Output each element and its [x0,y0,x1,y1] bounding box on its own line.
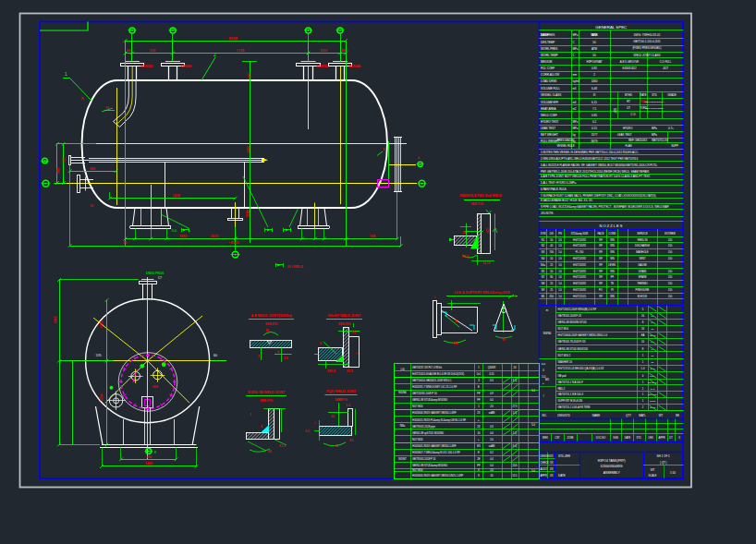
svg-text:15: 15 [90,204,93,208]
svg-text:50: 50 [592,54,596,57]
svg-text:N2: N2 [542,244,545,248]
svg-text:450: 450 [549,295,554,298]
svg-text:325: 325 [61,157,65,163]
svg-text:N8a: N8a [400,424,406,428]
svg-text:5-0: 5-0 [531,389,535,393]
svg-text:25: 25 [550,263,553,267]
svg-text:N7: N7 [542,275,545,279]
svg-text:40: 40 [246,210,250,213]
svg-text:a-a: a-a [542,363,545,366]
svg-text:1: 1 [65,71,67,77]
svg-text:SCALE: SCALE [649,474,657,478]
svg-text:60: 60 [502,338,506,342]
svg-text:HG20615-96XX PL&amp;SL&amp;LM: HG20615-96XX PL&amp;SL&amp;LM 80-1.6 RF [412,418,467,422]
svg-text:MPa: MPa [652,127,657,130]
svg-text:9.PIPE LOAD, NOZZLE&amp;GASKET: 9.PIPE LOAD, NOZZLE&amp;GASKET FACES, PR… [541,205,669,209]
svg-text:C: C [573,54,575,57]
svg-text:HG/T20606-2009 GASKET XB350 DN: HG/T20606-2009 GASKET XB350 DN50-1.6 [558,333,608,337]
svg-text:150: 150 [668,295,673,298]
svg-text:NB/T47013-2015-I: NB/T47013-2015-I [645,107,665,110]
svg-text:WT: WT [659,414,664,417]
svg-text:1.6: 1.6 [558,263,562,267]
svg-text:CORR.ALLOW: CORR.ALLOW [541,73,559,77]
svg-text:REF: GB150XX: REF: GB150XX [628,139,647,142]
svg-text:FEED-IN: FEED-IN [638,238,648,242]
svg-text:EXT/REM: EXT/REM [665,232,676,236]
svg-text:14.18: 14.18 [482,261,490,265]
svg-text:Q345R: Q345R [488,366,496,369]
svg-text:DN40: DN40 [181,64,191,68]
svg-text:VOLUME FULL: VOLUME FULL [541,87,560,91]
svg-text:25: 25 [550,282,553,285]
svg-text:40: 40 [550,244,553,248]
svg-text:HG20592-7 WNSOCKET LS1 25-1.6: HG20592-7 WNSOCKET LS1 25-1.6 RF [412,385,457,389]
svg-text:2-0: 2-0 [305,429,310,433]
svg-text:HG20606-96XX GASKET XB350-1.6R: HG20606-96XX GASKET XB350-1.6RF [412,411,457,415]
svg-text:SYM: SYM [541,232,546,236]
svg-text:HYDRO: HYDRO [623,127,633,130]
svg-text:GB901-88 STUD M16X130: GB901-88 STUD M16X130 [558,347,589,351]
svg-text:2070: 2070 [211,235,218,238]
svg-text:6.2: 6.2 [490,451,494,454]
svg-text:STD: STD [652,93,656,97]
svg-text:51.5: 51.5 [512,474,518,478]
svg-text:198: 198 [370,235,375,238]
svg-text:GB/T4713-1 N B 100-3: GB/T4713-1 N B 100-3 [558,393,584,396]
svg-text:N9: N9 [542,288,545,292]
svg-text:LEVEL: LEVEL [608,263,616,267]
svg-text:HG20605-96XX GASKET XB350-1.6R: HG20605-96XX GASKET XB350-1.6RF [412,444,457,448]
svg-text:N4: N4 [542,257,545,260]
svg-text:RF: RF [599,270,603,273]
svg-text:A.B WELD JOINT(N3/N5a): A.B WELD JOINT(N3/N5a) [251,314,293,318]
svg-text:CNT: CNT [555,436,560,440]
svg-text:NB/T47013-2015-II: NB/T47013-2015-II [644,101,665,103]
svg-text:RE: RE [676,414,679,417]
svg-text:K2: K2 [349,439,353,442]
svg-text:8079: 8079 [591,139,598,143]
svg-text:SK1.5: SK1.5 [327,369,335,373]
svg-text:DES.TEMP: DES.TEMP [541,41,555,44]
svg-text:10: 10 [641,340,644,344]
svg-text:TANK: TANK [591,33,598,37]
svg-text:150: 150 [668,250,673,254]
svg-text:E: E [478,451,480,454]
svg-text:K1: K1 [338,398,342,402]
svg-text:1.0: 1.0 [558,295,562,298]
svg-text:60: 60 [265,329,269,332]
svg-text:1.5: 1.5 [346,404,350,407]
svg-text:N3/N4: N3/N4 [543,332,552,335]
svg-text:HG/T20592: HG/T20592 [573,263,586,267]
svg-text:50: 50 [550,257,553,260]
svg-text:A.B X-GROOVE: A.B X-GROOVE [620,60,639,64]
svg-text:GB901-88 STUD&amp;M16X60: GB901-88 STUD&amp;M16X60 [412,398,448,402]
svg-text:50: 50 [550,238,553,242]
svg-text:25: 25 [550,288,553,292]
svg-text:HG/T21515: HG/T21515 [573,295,586,298]
svg-text:N5/N6: N5/N6 [398,391,407,394]
svg-text:CHECK: CHECK [541,461,550,465]
svg-text:SEE-FIG: SEE-FIG [260,399,273,403]
svg-text:MPa: MPa [573,120,579,124]
svg-text:1.6: 1.6 [558,288,562,292]
svg-text:2465: 2465 [54,316,57,323]
svg-text:HG/T20592: HG/T20592 [573,282,586,285]
svg-text:HG/T20592: HG/T20592 [573,275,586,279]
svg-text:EA: EA [641,333,645,337]
svg-text:N2a/N7 WELD JOINT: N2a/N7 WELD JOINT [328,314,361,318]
svg-text:LEAK TEST: LEAK TEST [617,133,632,137]
svg-text:WN: WN [610,270,615,273]
svg-text:PN: PN [558,232,562,236]
svg-text:DISCHARGE: DISCHARGE [635,244,650,248]
svg-text:ASSEMBLY: ASSEMBLY [604,471,621,475]
svg-text:1265: 1265 [100,320,104,328]
svg-text:WELD COEF: WELD COEF [541,114,557,117]
svg-text:120: 120 [453,342,458,345]
svg-text:680: 680 [55,168,59,174]
svg-text:3.ALL NOZZLE FLANGE FACES: RF.: 3.ALL NOZZLE FLANGE FACES: RF. GASKET: X… [541,163,658,167]
svg-text:WN: WN [610,295,615,298]
svg-text:0.4: 0.4 [490,398,494,402]
svg-text:STD&amp;SIZE: STD&amp;SIZE [571,232,589,236]
svg-text:WELD JOINT CLASS: WELD JOINT CLASS [634,54,661,57]
svg-text:RF: RF [599,250,603,254]
svg-text:RF: RF [599,275,603,279]
